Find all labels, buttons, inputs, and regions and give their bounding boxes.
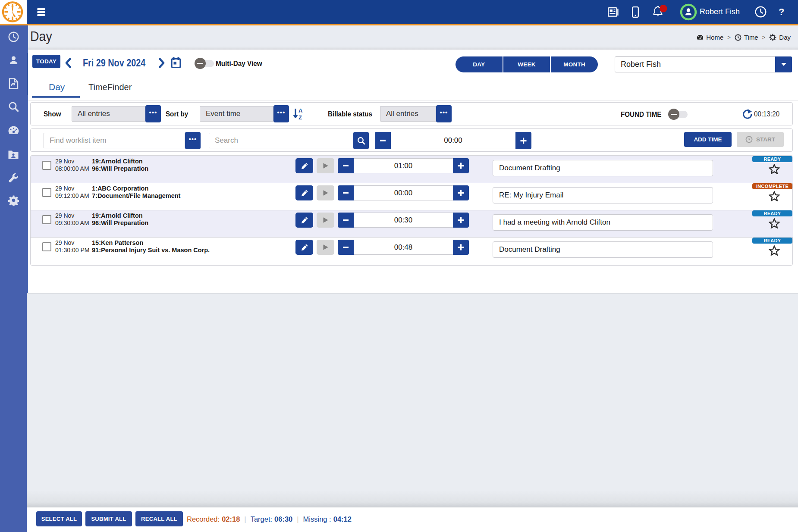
svg-text:Z: Z (298, 114, 302, 121)
svg-text:A: A (298, 108, 303, 114)
